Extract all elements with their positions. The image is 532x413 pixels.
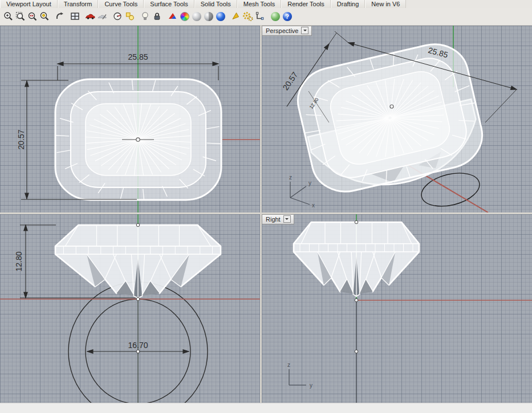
- history-icon[interactable]: [254, 10, 266, 23]
- raytrace-sphere-icon[interactable]: [214, 10, 226, 23]
- point-marker[interactable]: [136, 297, 140, 301]
- dim-height-label: 20.57: [17, 129, 26, 149]
- viewport-top[interactable]: 25.85 20.57: [0, 26, 260, 212]
- tab-curve-tools[interactable]: Curve Tools: [98, 0, 144, 8]
- dimension-arrow: [213, 62, 218, 66]
- dimension-arrow: [24, 225, 27, 231]
- axis-y-label: y: [308, 180, 311, 186]
- axis-z-label: z: [287, 362, 290, 368]
- viewport-title: Perspective: [266, 27, 298, 34]
- chevron-down-icon: [285, 218, 289, 222]
- dim-height-label: 12.80: [14, 251, 23, 271]
- point-marker[interactable]: [355, 350, 358, 353]
- globe-icon[interactable]: [269, 10, 281, 23]
- color-wheel-icon[interactable]: [178, 10, 190, 23]
- point-marker[interactable]: [355, 220, 358, 224]
- dial-icon[interactable]: [112, 10, 124, 23]
- zoom-extents-icon[interactable]: [2, 10, 14, 23]
- right-viewport-canvas[interactable]: z y: [262, 214, 532, 403]
- axis-y-label: y: [310, 382, 312, 389]
- lock-icon[interactable]: [151, 10, 163, 23]
- gears-icon[interactable]: [242, 10, 254, 23]
- main-toolbar: ?: [0, 8, 532, 26]
- center-point-marker[interactable]: [390, 105, 393, 108]
- gem-right-view: [294, 222, 419, 296]
- render-car-icon[interactable]: [84, 10, 96, 23]
- dimension-arrow: [24, 292, 27, 298]
- tab-surface-tools[interactable]: Surface Tools: [144, 0, 194, 8]
- zoom-lens-icon[interactable]: [38, 10, 50, 23]
- dim-width-label: 25.85: [128, 52, 148, 62]
- top-viewport-canvas[interactable]: 25.85 20.57: [0, 26, 260, 212]
- zoom-dynamic-icon[interactable]: [26, 10, 38, 23]
- menu-tab-bar: Viewport Layout Transform Curve Tools Su…: [0, 0, 532, 8]
- axis-z-label: z: [289, 174, 292, 181]
- viewport-label-right[interactable]: Right: [262, 214, 294, 224]
- tab-render-tools[interactable]: Render Tools: [281, 0, 331, 8]
- tab-viewport-layout[interactable]: Viewport Layout: [0, 0, 58, 8]
- point-marker[interactable]: [355, 298, 358, 302]
- viewport-right[interactable]: z y Right: [262, 214, 532, 403]
- render-plugin-icon[interactable]: [166, 10, 178, 23]
- lightbulb-icon[interactable]: [139, 10, 151, 23]
- help-icon[interactable]: ?: [281, 10, 293, 23]
- axis-x-label: x: [312, 202, 315, 208]
- perspective-viewport-canvas[interactable]: 25.85 20.57 12.80 z y x: [262, 26, 532, 212]
- rhino-window: Viewport Layout Transform Curve Tools Su…: [0, 0, 532, 413]
- dimension-arrow: [87, 350, 93, 353]
- point-marker[interactable]: [136, 350, 140, 353]
- zoom-window-icon[interactable]: [14, 10, 26, 23]
- point-marker[interactable]: [136, 223, 140, 227]
- axis-triad: z y: [287, 362, 312, 389]
- tab-new-in-v6[interactable]: New in V6: [365, 0, 406, 8]
- viewport-front[interactable]: 12.80 16.70: [0, 214, 260, 403]
- viewport-label-perspective[interactable]: Perspective: [262, 26, 312, 36]
- front-viewport-canvas[interactable]: 12.80 16.70: [0, 214, 260, 403]
- dimension-arrow: [348, 41, 354, 46]
- gem-perspective-view: [291, 37, 489, 202]
- sketch-car-icon[interactable]: [96, 10, 108, 23]
- annotate-shapes-icon[interactable]: [124, 10, 136, 23]
- viewport-menu-button[interactable]: [283, 215, 291, 223]
- dimension-arrow: [58, 62, 63, 66]
- undo-view-icon[interactable]: [54, 10, 66, 23]
- help-glyph: ?: [285, 14, 289, 20]
- dim-diameter-label: 16.70: [128, 341, 148, 350]
- tab-solid-tools[interactable]: Solid Tools: [194, 0, 237, 8]
- dimension-arrow: [25, 193, 29, 199]
- shaded-sphere-icon[interactable]: [190, 10, 202, 23]
- dimension-arrow: [511, 86, 517, 91]
- tab-transform[interactable]: Transform: [58, 0, 99, 8]
- tab-drafting[interactable]: Drafting: [331, 0, 366, 8]
- dimension-arrow: [183, 350, 189, 353]
- viewport-title: Right: [266, 216, 281, 223]
- status-bar: [0, 403, 532, 413]
- center-point-marker[interactable]: [136, 138, 140, 141]
- viewport-menu-button[interactable]: [301, 27, 308, 34]
- tab-mesh-tools[interactable]: Mesh Tools: [237, 0, 281, 8]
- gem-front-view: [55, 225, 221, 298]
- viewport-perspective[interactable]: 25.85 20.57 12.80 z y x Perspective: [262, 26, 532, 212]
- axis-triad: z y x: [289, 174, 315, 208]
- dimension-arrow: [25, 81, 29, 87]
- dim-height-label: 20.57: [281, 70, 299, 92]
- viewport-layout-icon[interactable]: [69, 10, 81, 23]
- dimension-arrow: [324, 43, 331, 50]
- chevron-down-icon: [303, 30, 307, 33]
- ghosted-sphere-icon[interactable]: [202, 10, 214, 23]
- cone-icon[interactable]: [230, 10, 242, 23]
